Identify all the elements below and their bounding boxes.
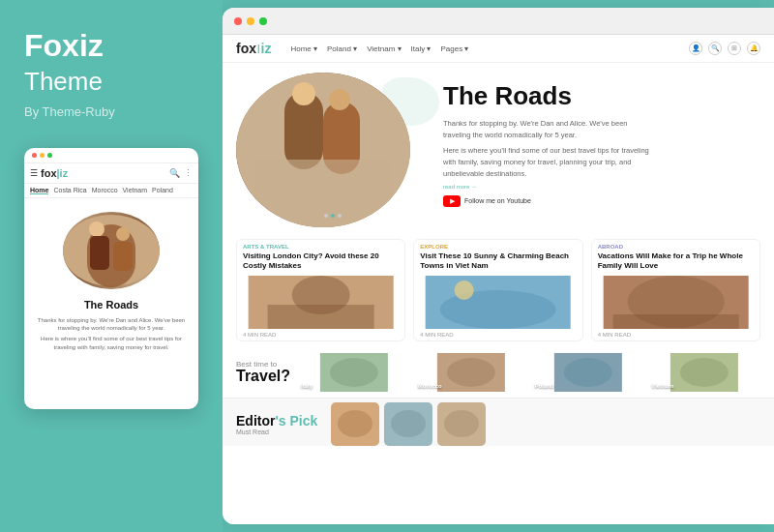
logo-iz: iz xyxy=(60,167,69,179)
svg-rect-5 xyxy=(113,242,133,271)
chrome-dot-yellow[interactable] xyxy=(247,17,254,25)
site-nav-links: Home ▾ Poland ▾ Vietnam ▾ Italy ▾ Pages … xyxy=(290,44,689,53)
mobile-hamburger-logo: ☰ fox|iz xyxy=(30,167,68,179)
youtube-icon: ▶ xyxy=(443,195,461,207)
travel-label: Best time to Travel? xyxy=(236,360,290,384)
hero-youtube[interactable]: ▶ Follow me on Youtube xyxy=(443,195,760,207)
card-meta-2: 4 MIN READ xyxy=(414,329,581,340)
svg-rect-4 xyxy=(90,236,109,270)
mobile-nav-poland[interactable]: Poland xyxy=(152,187,173,194)
editors-part2: 's Pick xyxy=(275,413,317,429)
nav-search-icon[interactable]: 🔍 xyxy=(708,42,722,55)
mobile-nav-home[interactable]: Home xyxy=(30,187,48,194)
svg-point-32 xyxy=(391,410,426,437)
svg-point-22 xyxy=(330,358,378,387)
hero-oval-svg xyxy=(236,73,410,227)
mobile-top-bar xyxy=(24,148,198,163)
travel-img-vietnam[interactable]: Vietnam xyxy=(648,353,760,392)
mobile-logo: fox|iz xyxy=(41,167,68,179)
card-meta-1: 4 MIN READ xyxy=(237,329,404,340)
editors-img-2[interactable] xyxy=(384,402,432,446)
blog-card-2[interactable]: EXPLORE Visit These 10 Sunny & Charming … xyxy=(413,239,582,341)
editors-img-1[interactable] xyxy=(331,402,379,446)
blog-card-1[interactable]: ARTS & TRAVEL Visiting London City? Avoi… xyxy=(236,239,405,341)
italy-image xyxy=(298,353,410,392)
nav-pages[interactable]: Pages ▾ xyxy=(440,44,468,53)
hero-image-svg xyxy=(63,215,160,287)
mobile-menu-icon: ⋮ xyxy=(184,168,193,178)
mobile-nav-icons: 🔍 ⋮ xyxy=(169,168,193,178)
editors-img-3[interactable] xyxy=(437,402,486,446)
card-image-2 xyxy=(414,276,581,329)
mobile-nav-vietnam[interactable]: Vietnam xyxy=(123,187,148,194)
travel-img-poland[interactable]: Poland xyxy=(532,353,644,392)
hero-pagination-dots xyxy=(324,214,342,218)
brand-subtitle: Theme xyxy=(24,67,103,97)
nav-poland[interactable]: Poland ▾ xyxy=(327,44,357,53)
travel-label-morocco: Morocco xyxy=(418,383,442,389)
card-badge-2: EXPLORE xyxy=(414,240,581,250)
editors-svg-1 xyxy=(331,402,379,446)
hero-heading: The Roads xyxy=(443,82,760,110)
card-title-2: Visit These 10 Sunny & Charming Beach To… xyxy=(414,250,581,276)
browser-chrome xyxy=(223,8,774,35)
mobile-hero-container xyxy=(24,198,198,297)
left-panel: Foxiz Theme By Theme-Ruby ☰ fox|iz 🔍 ⋮ xyxy=(0,0,223,532)
hero-para-1: Thanks for stopping by. We're Dan and Al… xyxy=(443,118,656,141)
hero-dot-2[interactable] xyxy=(331,214,335,218)
editors-section: Editor's Pick Must Read xyxy=(223,398,774,446)
hero-image-wrapper xyxy=(236,73,430,227)
nav-italy[interactable]: Italy ▾ xyxy=(411,44,432,53)
site-logo-divider: | xyxy=(257,44,260,53)
chrome-dot-red[interactable] xyxy=(234,17,242,25)
svg-point-30 xyxy=(338,410,372,437)
travel-label-poland: Poland xyxy=(535,383,554,389)
mobile-nav-morocco[interactable]: Morocco xyxy=(92,187,118,194)
svg-rect-14 xyxy=(268,305,374,329)
chrome-dot-green[interactable] xyxy=(259,17,267,25)
site-nav-right: 👤 🔍 ⊞ 🔔 xyxy=(689,42,760,55)
travel-img-morocco[interactable]: Morocco xyxy=(415,353,527,392)
svg-point-10 xyxy=(329,89,350,110)
mobile-desc2: Here is where you'll find some of our be… xyxy=(24,334,198,352)
svg-point-3 xyxy=(116,227,130,241)
mobile-logo-row: ☰ fox|iz 🔍 ⋮ xyxy=(24,163,198,184)
logo-fox: fox xyxy=(41,167,57,179)
mobile-dot-red xyxy=(32,153,37,158)
hamburger-icon: ☰ xyxy=(30,168,38,178)
hero-dot-1[interactable] xyxy=(324,214,328,218)
svg-point-34 xyxy=(444,410,479,437)
mobile-dot-green xyxy=(47,153,52,158)
svg-rect-20 xyxy=(612,314,738,329)
mobile-heading: The Roads xyxy=(24,297,198,313)
editors-part1: Editor xyxy=(236,413,275,429)
site-logo-fox: fox xyxy=(236,41,256,56)
nav-vietnam[interactable]: Vietnam ▾ xyxy=(367,44,401,53)
svg-point-24 xyxy=(447,358,495,387)
card-badge-1: ARTS & TRAVEL xyxy=(237,240,404,250)
editors-title-block: Editor's Pick Must Read xyxy=(236,413,323,435)
travel-img-italy[interactable]: Italy xyxy=(298,353,410,392)
hero-dot-3[interactable] xyxy=(338,214,342,218)
mobile-search-icon: 🔍 xyxy=(169,168,180,178)
cards-row: ARTS & TRAVEL Visiting London City? Avoi… xyxy=(236,239,760,341)
nav-user-icon[interactable]: 👤 xyxy=(689,42,702,55)
site-logo: fox|iz xyxy=(236,41,271,56)
mobile-hero-image xyxy=(63,212,160,289)
hero-read-more-link[interactable]: read more → xyxy=(443,184,760,190)
card-meta-3: 4 MIN READ xyxy=(592,329,759,340)
card-image-3 xyxy=(592,276,759,329)
nav-bell-icon[interactable]: 🔔 xyxy=(747,42,760,55)
editors-svg-2 xyxy=(384,402,432,446)
must-read-label: Must Read xyxy=(236,429,323,435)
blog-card-3[interactable]: ABROAD Vacations Will Make for a Trip he… xyxy=(591,239,760,341)
nav-home[interactable]: Home ▾ xyxy=(290,44,317,53)
card-title-1: Visiting London City? Avoid these 20 Cos… xyxy=(237,250,404,276)
right-panel: fox|iz Home ▾ Poland ▾ Vietnam ▾ Italy ▾… xyxy=(223,8,774,524)
mobile-dot-yellow xyxy=(40,153,45,158)
hero-image-oval xyxy=(236,73,410,227)
editors-title: Editor's Pick xyxy=(236,413,323,429)
mobile-nav-costarica[interactable]: Costa Rica xyxy=(53,187,86,194)
nav-grid-icon[interactable]: ⊞ xyxy=(728,42,741,55)
svg-point-17 xyxy=(455,281,474,300)
